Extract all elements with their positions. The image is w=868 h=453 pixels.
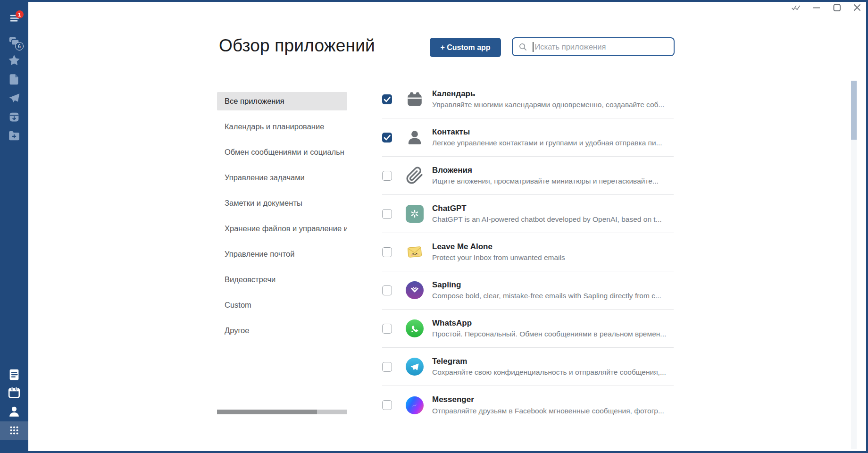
app-description: Protect your Inbox from unwanted emails [432,253,565,262]
app-row[interactable]: КонтактыЛегкое управление контактами и г… [382,118,674,157]
app-description: Легкое управление контактами и группами … [432,139,662,147]
search-box[interactable] [512,37,675,56]
category-item[interactable]: Календарь и планирование [217,117,347,136]
category-item[interactable]: Все приложения [217,92,347,110]
category-item[interactable]: Хранение файлов и управление и [217,219,347,238]
app-name: ChatGPT [432,204,662,213]
app-row[interactable]: Leave Me AloneProtect your Inbox from un… [382,233,674,271]
horizontal-scrollbar[interactable] [217,410,347,414]
app-description: Ищите вложения, просматривайте миниатюры… [432,177,659,185]
app-row[interactable]: TelegramСохраняйте свою конфиденциальнос… [382,348,674,386]
category-item[interactable]: Custom [217,296,347,314]
app-description: Compose bold, clear, mistake-free emails… [432,292,661,300]
folders-icon[interactable]: 6 [6,33,23,50]
app-checkbox[interactable] [382,285,392,295]
search-input[interactable] [535,42,674,51]
app-name: Leave Me Alone [432,242,565,252]
app-row[interactable]: MessengerОтправляйте друзьям в Facebook … [382,386,674,424]
calendar-icon[interactable] [6,384,23,401]
custom-app-button[interactable]: + Custom app [430,38,501,57]
app-description: Простой. Персональный. Обмен сообщениями… [432,330,666,338]
app-list: КалендарьУправляйте многими календарями … [382,80,674,424]
category-item[interactable]: Заметки и документы [217,194,347,212]
apps-grid-icon[interactable] [6,422,23,439]
double-check-icon[interactable] [791,2,801,13]
menu-badge: 1 [16,10,24,18]
folder-plus-icon[interactable] [6,127,23,144]
close-icon[interactable] [852,2,862,13]
contacts-app-icon [406,128,424,146]
app-checkbox[interactable] [382,324,392,334]
leave-me-alone-app-icon [406,243,424,261]
telegram-app-icon [406,358,424,376]
person-icon[interactable] [6,403,23,420]
vertical-scrollbar-track[interactable] [851,140,857,449]
whatsapp-app-icon [406,319,424,337]
search-icon [518,42,527,51]
app-name: Контакты [432,127,662,137]
send-icon[interactable] [6,90,23,107]
window-titlebar [791,2,862,13]
app-name: Календарь [432,89,664,99]
app-checkbox[interactable] [382,133,392,143]
app-description: Сохраняйте свою конфиденциальность и отп… [432,368,666,377]
hamburger-icon[interactable]: 1 [6,10,23,27]
star-icon[interactable] [6,52,23,69]
maximize-icon[interactable] [832,2,842,13]
app-row[interactable]: КалендарьУправляйте многими календарями … [382,80,674,118]
vertical-scrollbar-thumb[interactable] [851,81,857,140]
app-name: Sapling [432,280,661,290]
app-description: Отправляйте друзьям в Facebook мгновенны… [432,407,664,415]
app-checkbox[interactable] [382,209,392,219]
chatgpt-app-icon [406,205,424,223]
file-icon[interactable] [6,71,23,88]
app-name: Telegram [432,357,666,366]
archive-icon[interactable] [6,109,23,126]
app-description: Управляйте многими календарями одновреме… [432,101,664,109]
horizontal-scrollbar-thumb[interactable] [217,410,317,414]
app-row[interactable]: ВложенияИщите вложения, просматривайте м… [382,157,674,195]
app-checkbox[interactable] [382,247,392,257]
app-name: Вложения [432,166,659,175]
text-caret [533,42,534,52]
category-item[interactable]: Управление задачами [217,168,347,187]
app-row[interactable]: WhatsAppПростой. Персональный. Обмен соо… [382,310,674,348]
app-checkbox[interactable] [382,400,392,410]
folders-badge: 6 [15,42,24,50]
app-row[interactable]: ChatGPTChatGPT is an AI-powered chatbot … [382,195,674,233]
category-item[interactable]: Видеовстречи [217,270,347,289]
app-checkbox[interactable] [382,362,392,372]
app-name: WhatsApp [432,319,666,328]
app-checkbox[interactable] [382,171,392,181]
app-row[interactable]: SaplingCompose bold, clear, mistake-free… [382,271,674,310]
paperclip-app-icon [406,167,424,185]
page-title: Обзор приложений [219,36,375,56]
category-item[interactable]: Управление почтой [217,245,347,263]
calendar-app-icon [406,90,424,108]
category-item[interactable]: Другое [217,321,347,340]
sapling-app-icon [406,281,424,299]
category-list: Все приложенияКалендарь и планированиеОб… [217,92,347,347]
note-icon[interactable] [6,366,23,383]
app-checkbox[interactable] [382,94,392,104]
minimize-icon[interactable] [811,2,822,13]
app-window: 1 6 Обзор приложений + Custom app Все пр… [0,0,868,453]
messenger-app-icon [406,396,424,414]
category-item[interactable]: Обмен сообщениями и социальн [217,143,347,161]
app-description: ChatGPT is an AI-powered chatbot develop… [432,215,662,224]
app-name: Messenger [432,395,664,404]
